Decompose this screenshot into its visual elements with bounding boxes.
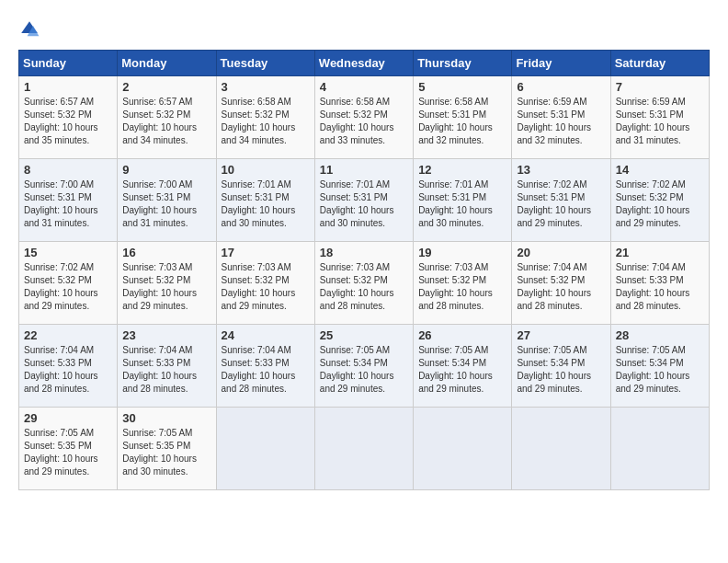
day-number: 9: [122, 163, 210, 177]
sunrise-text: Sunrise: 7:01 AM: [320, 179, 390, 190]
calendar-cell: [314, 408, 413, 490]
daylight-text: Daylight: 10 hours and 29 minutes.: [24, 288, 98, 311]
calendar-cell: 26 Sunrise: 7:05 AM Sunset: 5:34 PM Dayl…: [414, 325, 512, 408]
sunrise-text: Sunrise: 6:59 AM: [616, 97, 686, 107]
sunset-text: Sunset: 5:33 PM: [24, 358, 92, 368]
daylight-text: Daylight: 10 hours and 32 minutes.: [418, 122, 493, 145]
header-tuesday: Tuesday: [216, 51, 314, 76]
sunset-text: Sunset: 5:31 PM: [517, 192, 585, 202]
header-friday: Friday: [512, 51, 610, 76]
calendar-cell: 14 Sunrise: 7:02 AM Sunset: 5:32 PM Dayl…: [610, 159, 709, 242]
calendar-cell: 29 Sunrise: 7:05 AM Sunset: 5:35 PM Dayl…: [19, 408, 118, 490]
sunset-text: Sunset: 5:32 PM: [122, 109, 190, 120]
calendar-cell: 13 Sunrise: 7:02 AM Sunset: 5:31 PM Dayl…: [512, 159, 610, 242]
daylight-text: Daylight: 10 hours and 30 minutes.: [122, 454, 197, 477]
header-wednesday: Wednesday: [314, 51, 413, 76]
daylight-text: Daylight: 10 hours and 30 minutes.: [222, 205, 296, 228]
day-number: 6: [517, 80, 605, 94]
daylight-text: Daylight: 10 hours and 29 minutes.: [222, 288, 296, 311]
day-number: 18: [320, 246, 408, 259]
sunset-text: Sunset: 5:32 PM: [24, 275, 92, 285]
day-number: 19: [418, 246, 506, 259]
sunset-text: Sunset: 5:31 PM: [517, 109, 585, 120]
sunrise-text: Sunrise: 6:58 AM: [222, 97, 291, 107]
calendar-cell: 20 Sunrise: 7:04 AM Sunset: 5:32 PM Dayl…: [512, 242, 610, 325]
logo: [18, 18, 44, 40]
daylight-text: Daylight: 10 hours and 32 minutes.: [517, 122, 591, 145]
sunrise-text: Sunrise: 7:05 AM: [517, 345, 586, 355]
day-number: 21: [616, 246, 704, 259]
day-number: 3: [222, 80, 310, 94]
daylight-text: Daylight: 10 hours and 29 minutes.: [517, 205, 591, 228]
header-thursday: Thursday: [414, 51, 512, 76]
calendar-cell: 16 Sunrise: 7:03 AM Sunset: 5:32 PM Dayl…: [118, 242, 216, 325]
day-number: 26: [418, 328, 506, 342]
sunset-text: Sunset: 5:31 PM: [418, 109, 486, 120]
sunset-text: Sunset: 5:34 PM: [418, 358, 486, 368]
day-number: 27: [517, 328, 605, 342]
sunrise-text: Sunrise: 7:04 AM: [24, 345, 94, 355]
sunrise-text: Sunrise: 7:04 AM: [222, 345, 291, 355]
calendar-cell: 2 Sunrise: 6:57 AM Sunset: 5:32 PM Dayli…: [118, 76, 216, 159]
sunset-text: Sunset: 5:33 PM: [616, 275, 684, 285]
calendar-cell: [610, 408, 709, 490]
day-number: 5: [418, 80, 506, 94]
daylight-text: Daylight: 10 hours and 28 minutes.: [616, 288, 690, 311]
daylight-text: Daylight: 10 hours and 28 minutes.: [122, 371, 197, 394]
sunrise-text: Sunrise: 7:02 AM: [517, 179, 586, 190]
calendar-body: 1 Sunrise: 6:57 AM Sunset: 5:32 PM Dayli…: [19, 76, 710, 490]
daylight-text: Daylight: 10 hours and 28 minutes.: [222, 371, 296, 394]
sunset-text: Sunset: 5:34 PM: [320, 358, 388, 368]
day-number: 22: [24, 328, 112, 342]
day-number: 25: [320, 328, 408, 342]
sunset-text: Sunset: 5:32 PM: [320, 109, 388, 120]
calendar-cell: 30 Sunrise: 7:05 AM Sunset: 5:35 PM Dayl…: [118, 408, 216, 490]
sunrise-text: Sunrise: 7:02 AM: [24, 262, 94, 272]
daylight-text: Daylight: 10 hours and 31 minutes.: [616, 122, 690, 145]
sunrise-text: Sunrise: 6:58 AM: [418, 97, 488, 107]
daylight-text: Daylight: 10 hours and 29 minutes.: [517, 371, 591, 394]
day-number: 4: [320, 80, 408, 94]
day-number: 1: [24, 80, 112, 94]
calendar-week-4: 22 Sunrise: 7:04 AM Sunset: 5:33 PM Dayl…: [19, 325, 710, 408]
day-number: 24: [222, 328, 310, 342]
header: [18, 18, 710, 40]
sunset-text: Sunset: 5:32 PM: [24, 109, 92, 120]
sunrise-text: Sunrise: 7:05 AM: [320, 345, 390, 355]
day-number: 15: [24, 246, 112, 259]
day-number: 23: [122, 328, 210, 342]
sunrise-text: Sunrise: 7:03 AM: [122, 262, 192, 272]
sunset-text: Sunset: 5:31 PM: [222, 192, 290, 202]
daylight-text: Daylight: 10 hours and 29 minutes.: [24, 454, 98, 477]
calendar-week-5: 29 Sunrise: 7:05 AM Sunset: 5:35 PM Dayl…: [19, 408, 710, 490]
sunrise-text: Sunrise: 7:05 AM: [122, 428, 192, 438]
sunset-text: Sunset: 5:31 PM: [320, 192, 388, 202]
calendar-cell: 12 Sunrise: 7:01 AM Sunset: 5:31 PM Dayl…: [414, 159, 512, 242]
calendar-header: SundayMondayTuesdayWednesdayThursdayFrid…: [19, 51, 710, 76]
sunset-text: Sunset: 5:35 PM: [122, 441, 190, 451]
calendar-week-2: 8 Sunrise: 7:00 AM Sunset: 5:31 PM Dayli…: [19, 159, 710, 242]
calendar-cell: 18 Sunrise: 7:03 AM Sunset: 5:32 PM Dayl…: [314, 242, 413, 325]
calendar-cell: 7 Sunrise: 6:59 AM Sunset: 5:31 PM Dayli…: [610, 76, 709, 159]
sunset-text: Sunset: 5:32 PM: [222, 109, 290, 120]
sunrise-text: Sunrise: 7:05 AM: [418, 345, 488, 355]
sunset-text: Sunset: 5:32 PM: [320, 275, 388, 285]
day-number: 28: [616, 328, 704, 342]
calendar-cell: 6 Sunrise: 6:59 AM Sunset: 5:31 PM Dayli…: [512, 76, 610, 159]
daylight-text: Daylight: 10 hours and 28 minutes.: [517, 288, 591, 311]
calendar-week-3: 15 Sunrise: 7:02 AM Sunset: 5:32 PM Dayl…: [19, 242, 710, 325]
calendar-cell: [216, 408, 314, 490]
calendar-cell: 4 Sunrise: 6:58 AM Sunset: 5:32 PM Dayli…: [314, 76, 413, 159]
day-number: 29: [24, 411, 112, 425]
day-number: 7: [616, 80, 704, 94]
day-number: 2: [122, 80, 210, 94]
sunrise-text: Sunrise: 7:00 AM: [24, 179, 94, 190]
calendar-cell: 1 Sunrise: 6:57 AM Sunset: 5:32 PM Dayli…: [19, 76, 118, 159]
daylight-text: Daylight: 10 hours and 29 minutes.: [616, 371, 690, 394]
calendar-cell: 17 Sunrise: 7:03 AM Sunset: 5:32 PM Dayl…: [216, 242, 314, 325]
sunset-text: Sunset: 5:31 PM: [24, 192, 92, 202]
sunset-text: Sunset: 5:32 PM: [517, 275, 585, 285]
daylight-text: Daylight: 10 hours and 34 minutes.: [122, 122, 197, 145]
sunrise-text: Sunrise: 6:58 AM: [320, 97, 390, 107]
calendar-cell: 5 Sunrise: 6:58 AM Sunset: 5:31 PM Dayli…: [414, 76, 512, 159]
